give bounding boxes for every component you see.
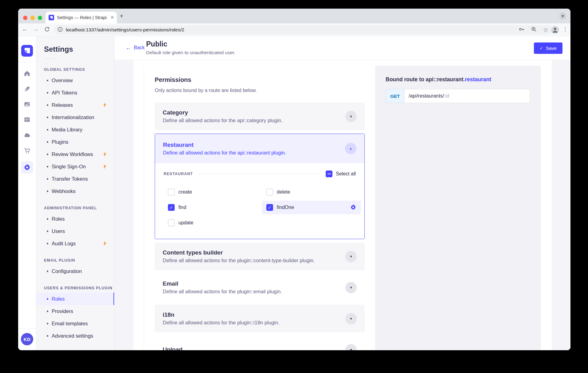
chevron-up-icon[interactable]: ▲: [345, 143, 356, 154]
tab-search-chevron-icon[interactable]: ▼: [559, 13, 566, 19]
back-arrow-icon: ←: [125, 45, 131, 50]
sidebar-item-review-workflows[interactable]: Review Workflows: [36, 148, 114, 160]
sidebar-item-up-roles[interactable]: Roles: [36, 293, 114, 305]
content-type-builder-icon[interactable]: [23, 116, 31, 124]
settings-gear-icon: [24, 164, 30, 171]
accordion-upload-header[interactable]: Upload ▼: [155, 336, 365, 350]
bullet-icon: [47, 335, 48, 337]
tab-close-icon[interactable]: ×: [111, 14, 114, 21]
sidebar-item-configuration[interactable]: Configuration: [36, 265, 114, 277]
sidebar-item-overview[interactable]: Overview: [36, 74, 114, 86]
accordion-email-header[interactable]: Email Define all allowed actions for the…: [155, 274, 365, 301]
sidebar-item-advanced-settings[interactable]: Advanced settings: [36, 330, 114, 342]
action-update[interactable]: ✓update: [168, 216, 266, 230]
accordion-email: Email Define all allowed actions for the…: [155, 274, 365, 301]
bullet-icon: [47, 271, 48, 272]
page-gutter-left: [114, 60, 133, 350]
accordion-content-types-builder-header[interactable]: Content types builder Define all allowed…: [155, 243, 365, 270]
action-findone[interactable]: ✓findOne: [262, 201, 361, 214]
address-bar[interactable]: localhost:1337/admin/settings/users-perm…: [54, 25, 552, 34]
sidebar-item-transfer-tokens[interactable]: Transfer Tokens: [36, 173, 114, 185]
reload-icon[interactable]: [44, 26, 50, 34]
action-delete[interactable]: ✓delete: [266, 185, 356, 199]
chevron-down-icon[interactable]: ▼: [345, 111, 357, 122]
bullet-icon: [47, 92, 48, 94]
accordion-category: Category Define all allowed actions for …: [155, 102, 365, 130]
restaurant-permissions-body: RESTAURANT Select all ✓create ✓delete ✓f: [155, 163, 364, 239]
sidebar-item-single-sign-on[interactable]: Single Sign-On: [36, 160, 114, 173]
sidebar-item-webhooks[interactable]: Webhooks: [36, 185, 114, 197]
chevron-down-icon[interactable]: ▼: [345, 282, 357, 293]
permissions-title: Permissions: [155, 76, 365, 83]
browser-tab-bar: Settings — Roles | Strapi × + ▼: [18, 9, 570, 23]
section-label-email-plugin: EMAIL PLUGIN: [36, 258, 114, 263]
sidebar-item-internationalization[interactable]: Internationalization: [36, 111, 114, 123]
info-icon[interactable]: [58, 27, 63, 33]
sidebar-item-admin-roles[interactable]: Roles: [36, 213, 114, 225]
back-icon[interactable]: ←: [22, 26, 28, 33]
url-text[interactable]: localhost:1337/admin/settings/users-perm…: [66, 27, 515, 33]
route-param: :id: [444, 93, 449, 99]
chevron-down-icon[interactable]: ▼: [345, 313, 357, 324]
forward-icon[interactable]: →: [33, 26, 39, 33]
sidebar-item-media-library[interactable]: Media Library: [36, 123, 114, 136]
chevron-down-icon[interactable]: ▼: [345, 344, 357, 351]
checkbox-checked[interactable]: ✓: [266, 204, 273, 211]
divider: [199, 174, 320, 174]
user-avatar[interactable]: KD: [21, 333, 33, 345]
sidebar-item-api-tokens[interactable]: API Tokens: [36, 86, 114, 99]
lightning-bolt-icon: [103, 152, 107, 157]
page-header: ←Back Public Default role given to unaut…: [114, 36, 570, 60]
divider: [18, 328, 36, 329]
accordion-restaurant-header[interactable]: Restaurant Define all allowed actions fo…: [155, 134, 364, 163]
sidebar-item-users[interactable]: Users: [36, 225, 114, 237]
group-label: RESTAURANT: [164, 172, 193, 176]
select-all-checkbox[interactable]: [326, 170, 332, 177]
accordion-i18n-header[interactable]: i18n Define all allowed actions for the …: [155, 305, 365, 332]
marketplace-icon[interactable]: [23, 146, 31, 154]
key-icon[interactable]: [518, 26, 525, 34]
action-settings-gear-icon[interactable]: [350, 204, 356, 211]
back-link[interactable]: ←Back: [125, 45, 145, 50]
chevron-down-icon[interactable]: ▼: [345, 251, 357, 262]
select-all-label: Select all: [336, 171, 356, 177]
sidebar-item-audit-logs[interactable]: Audit Logs: [36, 237, 114, 250]
role-permissions-card: Permissions Only actions bound by a rout…: [144, 66, 541, 350]
cloud-icon[interactable]: [23, 131, 31, 139]
bullet-icon: [47, 231, 48, 232]
save-button[interactable]: ✓Save: [534, 42, 562, 54]
strapi-favicon: [49, 15, 54, 20]
checkbox-unchecked[interactable]: ✓: [266, 189, 273, 195]
profile-icon[interactable]: [551, 26, 559, 34]
kebab-menu-icon[interactable]: ⋮: [562, 26, 568, 33]
accordion-category-header[interactable]: Category Define all allowed actions for …: [155, 102, 365, 130]
content-manager-icon[interactable]: [23, 85, 31, 93]
settings-nav-item[interactable]: [21, 161, 33, 174]
media-library-icon[interactable]: [23, 100, 31, 108]
action-find[interactable]: ✓find: [168, 201, 266, 214]
sidebar-item-email-templates[interactable]: Email templates: [36, 317, 114, 330]
sidebar-item-providers[interactable]: Providers: [36, 305, 114, 317]
sidebar-item-releases[interactable]: Releases: [36, 99, 114, 111]
bullet-icon: [47, 80, 48, 81]
section-label-administration-panel: ADMINISTRATION PANEL: [36, 206, 114, 210]
minimize-window-button[interactable]: [30, 16, 35, 20]
new-tab-button[interactable]: +: [120, 13, 123, 19]
strapi-logo[interactable]: [21, 45, 33, 57]
checkbox-unchecked[interactable]: ✓: [168, 189, 175, 195]
browser-tab[interactable]: Settings — Roles | Strapi ×: [46, 12, 117, 23]
home-icon[interactable]: [23, 70, 31, 78]
page-subtitle: Default role given to unauthenticated us…: [146, 50, 235, 55]
star-icon[interactable]: ☆: [543, 27, 548, 33]
check-icon: ✓: [540, 46, 543, 50]
bullet-icon: [47, 154, 48, 155]
zoom-window-button[interactable]: [38, 16, 42, 20]
divider: [44, 58, 54, 59]
action-create[interactable]: ✓create: [168, 185, 266, 199]
close-window-button[interactable]: [23, 16, 27, 20]
checkbox-unchecked[interactable]: ✓: [168, 219, 175, 226]
sidebar-item-plugins[interactable]: Plugins: [36, 136, 114, 148]
permissions-panel: Permissions Only actions bound by a rout…: [144, 66, 375, 350]
zoom-icon[interactable]: [531, 26, 537, 34]
checkbox-checked[interactable]: ✓: [168, 204, 175, 211]
